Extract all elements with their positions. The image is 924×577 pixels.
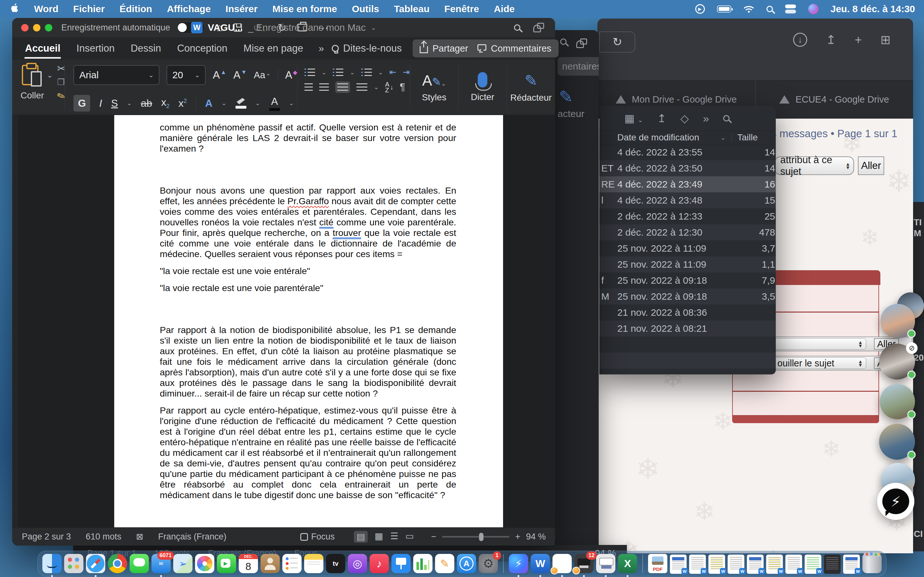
paragraph-3[interactable]: "la voie rectale est une voie entérale" <box>160 266 456 276</box>
jump-topic-select[interactable]: attribut à ce sujet ▲▼ <box>774 156 854 175</box>
paste-chevron-icon[interactable]: ⌄ <box>47 71 53 79</box>
menu-fenetre[interactable]: Fenêtre <box>444 3 479 15</box>
document-page[interactable]: comme un phénomène passif et actif. Quel… <box>114 115 503 527</box>
highlight-color-icon[interactable] <box>236 98 246 109</box>
focus-toggle[interactable]: Focus <box>300 532 335 542</box>
tab-overview-icon[interactable]: ⊞ <box>880 33 891 47</box>
draft-view-icon[interactable]: ▭ <box>405 531 414 543</box>
paragraph-4[interactable]: "la voie rectale est une voie parentéral… <box>160 283 456 293</box>
finder-row[interactable]: l4 déc. 2022 à 23:4815 <box>599 192 776 208</box>
dock-app-messages[interactable] <box>129 554 149 573</box>
grow-font-icon[interactable]: A▲ <box>213 69 226 81</box>
finder-row[interactable]: 25 nov. 2022 à 11:093,7 <box>599 240 776 256</box>
more-tabs-icon[interactable]: » <box>318 43 324 54</box>
search-icon[interactable] <box>514 24 520 31</box>
dock-app-music[interactable]: ♪ <box>370 554 389 573</box>
paragraph-5[interactable]: Par rapport à la notion de biodisponibil… <box>160 325 456 399</box>
wifi-icon[interactable] <box>743 5 754 13</box>
dock-app-podcasts[interactable]: ◎ <box>348 554 367 573</box>
editor-button[interactable]: ✎ Rédacteur <box>507 60 555 114</box>
finder-row[interactable]: 25 nov. 2022 à 11:091,1 <box>599 256 776 272</box>
tag-icon[interactable]: ◇ <box>680 112 689 125</box>
finder-row[interactable]: ET4 déc. 2022 à 23:5014 <box>599 160 776 176</box>
go-button-1[interactable]: Aller <box>858 156 884 175</box>
dock-app-finder[interactable] <box>42 554 61 573</box>
dock-app-thumb[interactable]: W <box>708 554 725 574</box>
menu-outils[interactable]: Outils <box>352 3 379 15</box>
share-icon[interactable]: ↥ <box>826 33 836 47</box>
dock-app-thumb[interactable]: W <box>728 554 744 574</box>
dock-app-pages[interactable] <box>435 554 454 573</box>
dock-app-thumb[interactable]: W <box>843 554 860 574</box>
chat-head-avatar-3[interactable]: ⊘ <box>879 343 915 380</box>
dock-app-thumb[interactable]: W <box>689 554 706 574</box>
proofing-icon[interactable]: ⊠ <box>136 532 144 542</box>
minimize-button[interactable] <box>33 24 40 31</box>
paste-label[interactable]: Coller <box>21 90 44 101</box>
font-color-icon[interactable]: A <box>269 95 280 111</box>
sort-icon[interactable]: AZ↓ <box>385 81 393 93</box>
dock-app-thumb[interactable]: W <box>747 554 764 574</box>
menu-inserer[interactable]: Insérer <box>226 3 258 15</box>
styles-button[interactable]: A✎⌄ Styles <box>410 60 458 114</box>
paragraph-2[interactable]: Bonjour nous avons une question par rapp… <box>160 185 456 259</box>
dock-app-trash[interactable] <box>863 554 882 573</box>
zoom-button[interactable] <box>45 24 52 31</box>
chat-head-avatar-2[interactable] <box>880 304 915 338</box>
new-tab-icon[interactable]: + <box>855 33 862 47</box>
language-status[interactable]: Français (France) <box>158 532 226 542</box>
dock-app-word[interactable]: W <box>531 554 550 573</box>
menu-aide[interactable]: Aide <box>494 3 515 15</box>
messenger-bubble-button[interactable]: ⚡ <box>877 483 914 520</box>
dock-app-messenger[interactable]: ⚡ <box>509 554 528 573</box>
dock-app-contacts[interactable] <box>260 554 280 573</box>
underline-chevron-icon[interactable]: ⌄ <box>127 100 132 107</box>
word-count[interactable]: 610 mots <box>86 532 121 542</box>
view-options-icon[interactable]: ▦ ⌄ <box>624 112 643 125</box>
tab-mise-en-page[interactable]: Mise en page <box>243 40 304 57</box>
finder-row[interactable]: 21 nov. 2022 à 08:36 <box>599 305 776 321</box>
zoom-slider[interactable] <box>442 536 509 538</box>
page-count[interactable]: Page 2 sur 3 <box>22 532 71 542</box>
zoom-in-icon[interactable]: + <box>515 532 520 542</box>
justify-icon[interactable] <box>335 81 350 93</box>
comments-button[interactable]: Commentaires <box>470 39 559 57</box>
reload-button[interactable]: ↻ <box>599 31 635 53</box>
text-effects-icon[interactable]: A <box>205 97 212 109</box>
tell-me-label[interactable]: Dites-le-nous <box>343 43 402 54</box>
apple-menu-icon[interactable] <box>11 3 19 15</box>
menubar-clock[interactable]: Jeu. 8 déc. à 14:30 <box>830 3 915 15</box>
dock-app-appstore[interactable] <box>457 554 476 573</box>
paragraph-1[interactable]: comme un phénomène passif et actif. Quel… <box>160 122 456 154</box>
change-case-icon[interactable]: Aa ⌄ <box>254 70 271 81</box>
dictate-button[interactable]: Dicter <box>459 60 507 114</box>
decrease-indent-icon[interactable]: ⇤ <box>389 67 397 77</box>
align-center-icon[interactable] <box>319 83 329 91</box>
cut-icon[interactable]: ✂ <box>57 63 65 74</box>
dock-app-pdf[interactable] <box>648 554 667 573</box>
shrink-font-icon[interactable]: A▼ <box>233 69 247 81</box>
finder-row[interactable]: 21 nov. 2022 à 08:21 <box>599 321 776 337</box>
pilcrow-icon[interactable]: ¶ <box>400 81 405 93</box>
italic-button[interactable]: I <box>99 97 102 109</box>
finder-row[interactable]: 4 déc. 2022 à 23:5514 <box>599 144 776 160</box>
dock-app-settings[interactable]: ⚙1 <box>479 554 498 573</box>
subscript-button[interactable]: x2 <box>161 97 170 110</box>
downloads-icon[interactable]: ↓ <box>793 33 807 47</box>
copy-icon[interactable]: ❐ <box>57 77 65 87</box>
dock-app-reminders[interactable] <box>282 554 302 573</box>
more-toolbar-icon[interactable]: » <box>703 112 709 125</box>
column-divider[interactable] <box>732 132 732 143</box>
dock-app-calendar[interactable]: DÉC.8 <box>239 554 258 573</box>
dock-app-preview[interactable] <box>552 554 572 573</box>
outline-view-icon[interactable]: ☰ <box>390 531 398 543</box>
control-center-icon[interactable] <box>785 5 796 13</box>
finder-row[interactable]: RE4 déc. 2022 à 23:4916 <box>599 176 776 192</box>
menu-tableau[interactable]: Tableau <box>394 3 430 15</box>
zoom-level[interactable]: 94 % <box>526 532 546 542</box>
chat-head-avatar-4[interactable] <box>880 384 915 419</box>
finder-row[interactable]: f25 nov. 2022 à 09:187,9 <box>599 272 776 288</box>
menu-affichage[interactable]: Affichage <box>167 3 211 15</box>
tab-ecue4-drive[interactable]: ECUE4 - Google Drive <box>755 81 913 118</box>
battery-icon[interactable] <box>717 5 731 13</box>
